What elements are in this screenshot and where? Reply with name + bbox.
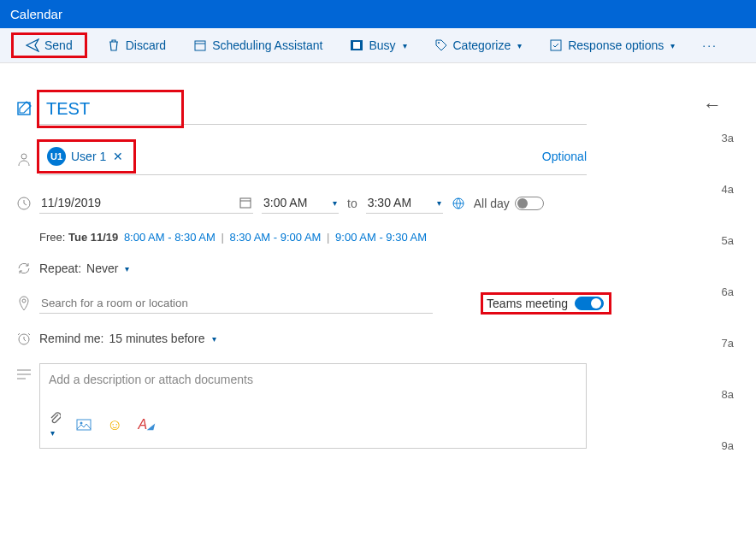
timezone-icon[interactable] (452, 197, 465, 210)
subject-icon (9, 101, 39, 116)
teams-meeting-toggle[interactable] (575, 297, 604, 310)
to-label: to (347, 197, 357, 210)
free-slots: Free: Tue 11/19 8:00 AM - 8:30 AM | 8:30… (39, 231, 587, 244)
busy-icon (350, 38, 363, 52)
description-box[interactable]: Add a description or attach documents ▾ … (39, 363, 587, 449)
svg-point-4 (438, 42, 440, 44)
avatar: U1 (47, 147, 66, 166)
font-color-icon[interactable]: A◢ (138, 417, 154, 432)
date-input[interactable]: 11/19/2019 (39, 192, 253, 214)
svg-rect-0 (195, 41, 205, 50)
attendee-chip[interactable]: U1 User 1 ✕ (44, 144, 128, 168)
clock-icon (9, 196, 39, 211)
busy-dropdown[interactable]: Busy ▾ (345, 35, 411, 56)
more-button[interactable]: ··· (697, 35, 723, 56)
calendar-icon (239, 197, 251, 209)
chevron-down-icon: ▾ (212, 334, 216, 344)
end-time-input[interactable]: 3:30 AM ▾ (366, 192, 443, 214)
teams-meeting-label: Teams meeting (487, 297, 568, 310)
app-title: Calendar (10, 7, 62, 21)
reminder-dropdown[interactable]: Remind me: 15 minutes before ▾ (39, 332, 609, 345)
repeat-dropdown[interactable]: Repeat: Never ▾ (39, 262, 609, 275)
allday-toggle[interactable] (515, 197, 544, 210)
optional-link[interactable]: Optional (542, 150, 587, 163)
emoji-icon[interactable]: ☺ (107, 416, 122, 434)
free-slot-link[interactable]: 8:30 AM - 9:00 AM (229, 231, 321, 244)
location-icon (9, 296, 39, 311)
svg-rect-5 (551, 40, 561, 50)
person-icon (9, 151, 39, 167)
svg-point-12 (22, 299, 26, 303)
image-icon[interactable] (76, 419, 92, 431)
send-icon (26, 38, 39, 52)
description-icon (9, 363, 39, 380)
time-mark: 9a (616, 439, 744, 491)
chevron-down-icon: ▾ (517, 41, 522, 50)
svg-rect-9 (240, 198, 251, 208)
trash-icon (107, 38, 121, 52)
chevron-down-icon: ▾ (403, 41, 407, 50)
categorize-dropdown[interactable]: Categorize ▾ (429, 35, 528, 56)
free-slot-link[interactable]: 9:00 AM - 9:30 AM (335, 231, 427, 244)
time-mark: 3a (616, 132, 744, 183)
reminder-icon (9, 331, 39, 346)
allday-label: All day (474, 197, 510, 210)
chevron-down-icon: ▾ (670, 41, 675, 50)
toolbar: Send Discard Scheduling Assistant Busy ▾… (0, 28, 756, 63)
time-mark: 7a (616, 337, 744, 388)
tag-icon (434, 38, 448, 52)
subject-input[interactable] (44, 96, 130, 122)
description-toolbar: ▾ ☺ A◢ (49, 410, 577, 439)
chevron-down-icon: ▾ (125, 264, 129, 273)
scheduling-icon (193, 38, 207, 52)
description-placeholder: Add a description or attach documents (49, 373, 577, 386)
time-mark: 8a (616, 388, 744, 439)
teams-meeting-wrap: Teams meeting (483, 295, 609, 312)
response-icon (549, 38, 563, 52)
chevron-down-icon: ▾ (437, 198, 441, 208)
remove-attendee-icon[interactable]: ✕ (113, 150, 123, 163)
response-options-dropdown[interactable]: Response options ▾ (544, 35, 680, 56)
discard-button[interactable]: Discard (102, 35, 171, 56)
time-mark: 6a (616, 285, 744, 337)
attach-icon[interactable]: ▾ (49, 410, 61, 439)
event-form: U1 User 1 ✕ Optional 11/19/2019 (0, 63, 616, 491)
attendee-name: User 1 (71, 150, 106, 163)
time-gutter: 3a 4a 5a 6a 7a 8a 9a (616, 63, 744, 491)
time-mark: 4a (616, 183, 744, 234)
repeat-icon (9, 261, 39, 276)
send-button[interactable]: Send (14, 35, 85, 56)
svg-point-7 (21, 154, 27, 159)
start-time-input[interactable]: 3:00 AM ▾ (262, 192, 339, 214)
svg-rect-3 (353, 42, 360, 49)
time-mark: 5a (616, 234, 744, 285)
window-titlebar: Calendar (0, 0, 756, 28)
scheduling-assistant-button[interactable]: Scheduling Assistant (188, 35, 328, 56)
location-input[interactable] (39, 293, 433, 314)
svg-point-18 (80, 422, 83, 425)
free-slot-link[interactable]: 8:00 AM - 8:30 AM (124, 231, 216, 244)
svg-rect-17 (77, 420, 91, 430)
chevron-down-icon: ▾ (333, 198, 337, 208)
